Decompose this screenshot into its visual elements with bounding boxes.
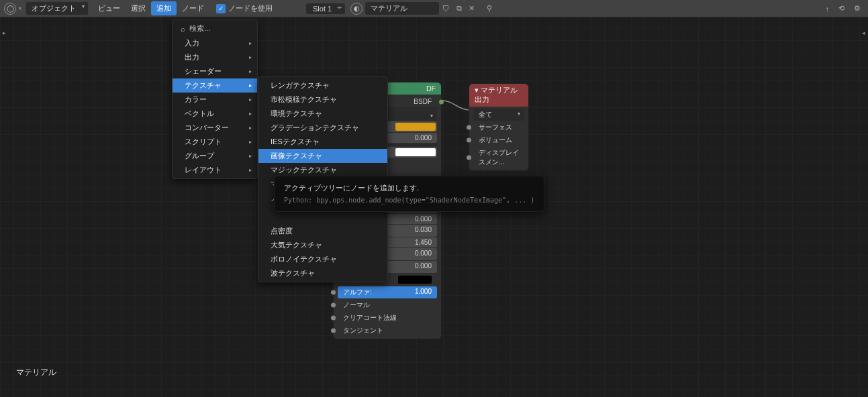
- texture-menu-item[interactable]: 市松模様テクスチャ: [258, 93, 387, 107]
- search-label: 検索...: [189, 23, 210, 34]
- material-output-node[interactable]: ▾ マテリアル出力 全て サーフェス ボリューム ディスプレイスメン...: [469, 83, 529, 171]
- add-menu-item[interactable]: カラー: [173, 93, 257, 107]
- normal-socket[interactable]: ノーマル: [338, 299, 437, 311]
- object-mode-label: オブジェクト: [32, 4, 76, 12]
- clearcoat-normal-socket[interactable]: クリアコート法線: [338, 312, 437, 324]
- material-name-field[interactable]: マテリアル: [365, 2, 439, 15]
- menu-view[interactable]: ビュー: [93, 1, 126, 15]
- add-menu-item[interactable]: レイアウト: [173, 163, 257, 177]
- add-menu-item[interactable]: 出力: [173, 50, 257, 64]
- texture-menu-item[interactable]: 大気テクスチャ: [258, 238, 387, 252]
- slot-label: Slot 1: [313, 5, 332, 13]
- panel-expand-left[interactable]: ▸: [3, 30, 6, 36]
- node-link: [440, 98, 471, 114]
- menu-select[interactable]: 選択: [126, 1, 151, 15]
- texture-menu-item[interactable]: IESテクスチャ: [258, 135, 387, 149]
- texture-menu-item[interactable]: レンガテクスチャ: [258, 78, 387, 93]
- tooltip-desc: アクティブツリーにノードを追加します.: [284, 182, 534, 194]
- header-right: ↑ ⟲ ⚙: [822, 3, 865, 14]
- editor-type-icon[interactable]: ◯: [4, 3, 16, 15]
- refresh-icon[interactable]: ⟲: [835, 3, 848, 14]
- displacement-socket[interactable]: ディスプレイスメン...: [473, 147, 524, 168]
- alpha-field[interactable]: アルファ:1.000: [338, 286, 437, 298]
- checkbox-checked-icon: ✓: [216, 4, 226, 13]
- panel-expand-right[interactable]: ◂: [862, 30, 865, 36]
- overlay-icon[interactable]: ⚙: [851, 3, 864, 14]
- output-target-dropdown[interactable]: 全て: [473, 109, 524, 121]
- node-body: 全て サーフェス ボリューム ディスプレイスメン...: [469, 107, 528, 170]
- add-menu-item[interactable]: グループ: [173, 149, 257, 163]
- add-menu-item[interactable]: コンバーター: [173, 121, 257, 135]
- texture-menu-item[interactable]: 波テクスチャ: [258, 266, 387, 280]
- add-menu: ⌕ 検索... 入力出力シェーダーテクスチャカラーベクトルコンバータースクリプト…: [172, 19, 258, 179]
- menu-node[interactable]: ノード: [177, 1, 209, 15]
- pin-icon[interactable]: ⚲: [483, 3, 495, 14]
- texture-menu-item[interactable]: 環境テクスチャ: [258, 107, 387, 121]
- object-mode-select[interactable]: オブジェクト: [26, 1, 89, 15]
- surface-socket[interactable]: サーフェス: [473, 121, 524, 133]
- up-icon[interactable]: ↑: [822, 3, 833, 14]
- tooltip-python: Python: bpy.ops.node.add_node(type="Shad…: [284, 194, 534, 206]
- texture-menu-item[interactable]: ボロノイテクスチャ: [258, 252, 387, 266]
- add-menu-item[interactable]: スクリプト: [173, 135, 257, 149]
- add-menu-item[interactable]: 入力: [173, 36, 257, 50]
- texture-menu-item[interactable]: マジックテクスチャ: [258, 163, 387, 177]
- shield-icon[interactable]: ⛉: [439, 3, 453, 14]
- editor-dropdown-icon: ▾: [19, 5, 21, 11]
- slot-stepper[interactable]: Slot 1: [306, 3, 345, 14]
- texture-menu-item[interactable]: グラデーションテクスチャ: [258, 121, 387, 135]
- use-node-label: ノードを使用: [228, 3, 273, 13]
- menu-search[interactable]: ⌕ 検索...: [173, 21, 257, 36]
- volume-socket[interactable]: ボリューム: [473, 134, 524, 146]
- use-nodes-toggle[interactable]: ✓ ノードを使用: [216, 3, 273, 13]
- add-menu-item[interactable]: シェーダー: [173, 64, 257, 78]
- node-editor-header: ◯ ▾ オブジェクト ビュー 選択 追加 ノード ✓ ノードを使用 Slot 1…: [0, 0, 868, 17]
- copy-icon[interactable]: ⧉: [453, 3, 465, 14]
- texture-menu-item[interactable]: 画像テクスチャ: [258, 149, 387, 163]
- add-menu-item[interactable]: ベクトル: [173, 107, 257, 121]
- close-icon[interactable]: ✕: [465, 3, 478, 14]
- node-title[interactable]: ▾ マテリアル出力: [469, 84, 528, 107]
- menu-add[interactable]: 追加: [151, 1, 177, 15]
- add-menu-item[interactable]: テクスチャ: [173, 78, 257, 93]
- texture-menu-item[interactable]: 点密度: [258, 224, 387, 238]
- search-icon: ⌕: [181, 25, 185, 33]
- tangent-socket[interactable]: タンジェント: [338, 325, 437, 337]
- breadcrumb-material: マテリアル: [16, 367, 56, 378]
- material-icon[interactable]: ◐: [350, 3, 363, 15]
- tooltip: アクティブツリーにノードを追加します. Python: bpy.ops.node…: [274, 176, 544, 212]
